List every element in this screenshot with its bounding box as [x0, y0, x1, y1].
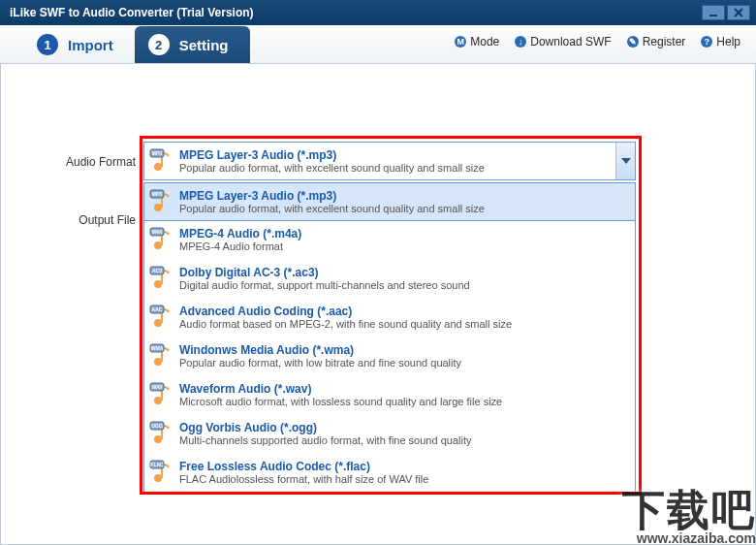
tab-label: Setting — [179, 37, 229, 53]
window-buttons — [702, 5, 750, 20]
watermark: 下载吧 www.xiazaiba.com — [622, 489, 756, 545]
format-name: Waveform Audio (*.wav) — [179, 382, 635, 396]
help-link[interactable]: ?Help — [701, 35, 740, 48]
svg-point-3 — [154, 163, 162, 171]
format-name: MPEG Layer-3 Audio (*.mp3) — [179, 189, 635, 203]
format-icon: OGG — [144, 421, 179, 446]
svg-point-27 — [154, 397, 162, 404]
format-option[interactable]: WMAWindonws Media Audio (*.wma)Popular a… — [144, 337, 635, 375]
minimize-button[interactable] — [702, 5, 725, 20]
format-icon: WMA — [144, 343, 179, 369]
svg-text:MP3: MP3 — [152, 150, 163, 156]
tab-setting[interactable]: 2 Setting — [135, 26, 250, 63]
format-desc: Popular audio format, with low bitrate a… — [179, 357, 635, 369]
top-links: MMode ↓Download SWF ✎Register ?Help — [455, 35, 740, 48]
toolbar: 1 Import 2 Setting MMode ↓Download SWF ✎… — [0, 25, 756, 64]
svg-text:M4A: M4A — [152, 229, 163, 235]
mode-link[interactable]: MMode — [455, 35, 499, 48]
svg-text:WAV: WAV — [151, 384, 163, 390]
tab-label: Import — [68, 37, 113, 53]
output-file-label: Output File — [19, 213, 136, 227]
format-icon: AAC — [144, 305, 179, 330]
format-icon: WAV — [144, 382, 179, 407]
svg-point-11 — [154, 241, 162, 249]
format-option[interactable]: FLACFree Lossless Audio Codec (*.flac)FL… — [144, 453, 635, 492]
format-name: Dolby Digital AC-3 (*.ac3) — [179, 266, 635, 279]
format-option[interactable]: OGGOgg Vorbis Audio (*.ogg)Multi-channel… — [144, 414, 635, 453]
svg-text:AAC: AAC — [152, 306, 163, 312]
format-name: Free Lossless Audio Codec (*.flac) — [179, 460, 635, 473]
format-desc: Microsoft audio format, with lossless so… — [179, 396, 635, 407]
format-name: Advanced Audio Coding (*.aac) — [179, 305, 635, 318]
svg-text:OGG: OGG — [151, 423, 163, 429]
audio-format-dropdown: MP3MPEG Layer-3 Audio (*.mp3)Popular aud… — [143, 182, 636, 493]
step-tabs: 1 Import 2 Setting — [23, 26, 250, 63]
svg-text:AC3: AC3 — [152, 268, 162, 273]
svg-point-15 — [154, 280, 162, 288]
format-desc: Digital audio format, support multi-chan… — [179, 279, 635, 291]
audio-format-combobox[interactable]: MP3 MPEG Layer-3 Audio (*.mp3) Popular a… — [143, 142, 636, 180]
format-option[interactable]: WAVWaveform Audio (*.wav)Microsoft audio… — [144, 375, 635, 414]
format-icon: M4A — [144, 227, 179, 252]
mode-icon: M — [455, 36, 466, 48]
selected-text: MPEG Layer-3 Audio (*.mp3) Popular audio… — [179, 148, 615, 174]
selected-name: MPEG Layer-3 Audio (*.mp3) — [179, 148, 615, 162]
close-button[interactable] — [727, 5, 750, 20]
format-option[interactable]: AC3Dolby Digital AC-3 (*.ac3)Digital aud… — [144, 259, 635, 298]
download-swf-link[interactable]: ↓Download SWF — [515, 35, 611, 48]
window-title: iLike SWF to Audio Converter (Trial Vers… — [10, 6, 702, 19]
format-desc: Multi-channels supported audio format, w… — [179, 434, 635, 446]
tab-number: 1 — [37, 34, 58, 55]
svg-point-31 — [154, 435, 162, 443]
svg-point-7 — [154, 204, 162, 211]
format-option[interactable]: AACAdvanced Audio Coding (*.aac)Audio fo… — [144, 298, 635, 337]
format-name: Ogg Vorbis Audio (*.ogg) — [179, 421, 635, 434]
format-desc: MPEG-4 Audio format — [179, 240, 635, 252]
format-desc: Audio format based on MPEG-2, with fine … — [179, 318, 635, 330]
svg-text:MP3: MP3 — [152, 191, 163, 197]
format-desc: Popular audio format, with excellent sou… — [179, 203, 635, 214]
format-icon: MP3 — [144, 148, 179, 174]
format-icon: AC3 — [144, 266, 179, 291]
svg-point-35 — [154, 474, 162, 482]
audio-format-label: Audio Format — [19, 155, 136, 169]
download-icon: ↓ — [515, 36, 526, 48]
svg-text:FLAC: FLAC — [150, 462, 164, 467]
dropdown-arrow[interactable] — [615, 143, 635, 179]
help-icon: ? — [701, 36, 712, 48]
format-option[interactable]: MP3MPEG Layer-3 Audio (*.mp3)Popular aud… — [143, 182, 636, 221]
register-link[interactable]: ✎Register — [627, 35, 686, 48]
svg-point-19 — [154, 319, 162, 327]
format-name: Windonws Media Audio (*.wma) — [179, 343, 635, 357]
format-option[interactable]: M4AMPEG-4 Audio (*.m4a)MPEG-4 Audio form… — [144, 220, 635, 259]
format-icon: MP3 — [144, 189, 179, 214]
format-name: MPEG-4 Audio (*.m4a) — [179, 227, 635, 240]
chevron-down-icon — [621, 158, 631, 164]
tab-number: 2 — [148, 34, 170, 55]
format-desc: FLAC Audiolossless format, with half siz… — [179, 473, 635, 485]
register-icon: ✎ — [627, 36, 639, 48]
title-bar: iLike SWF to Audio Converter (Trial Vers… — [0, 0, 756, 25]
format-icon: FLAC — [144, 460, 179, 485]
svg-point-23 — [154, 358, 162, 366]
svg-text:WMA: WMA — [151, 345, 164, 351]
tab-import[interactable]: 1 Import — [23, 26, 135, 63]
selected-desc: Popular audio format, with excellent sou… — [179, 162, 615, 174]
